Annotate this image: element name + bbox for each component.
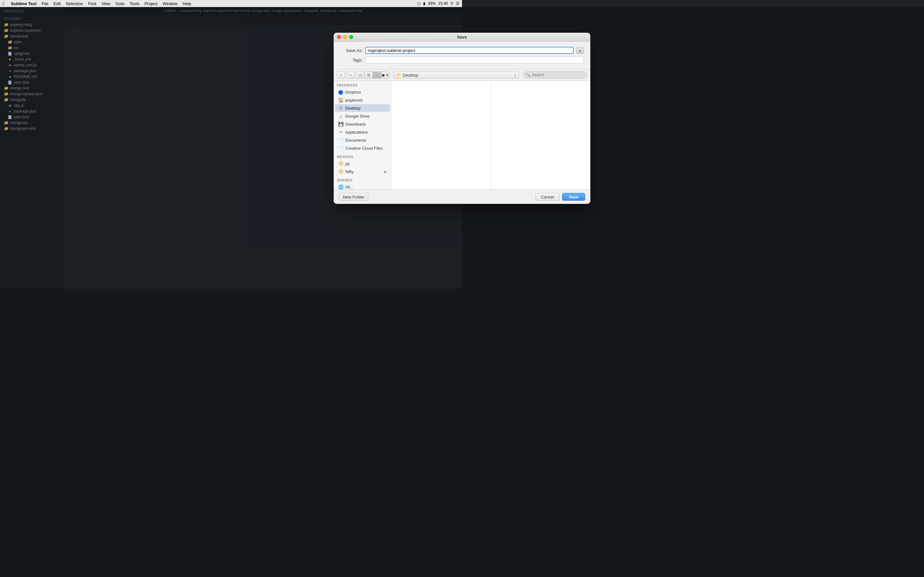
menubar-right: ◻ ▮ 93% 15:40 ⚲ ☰: [417, 1, 459, 6]
eject-button[interactable]: ⏏: [383, 169, 387, 174]
dialog-titlebar: Save: [334, 33, 462, 42]
browser-panels: [391, 81, 462, 189]
browser-item-label: Nifty: [345, 169, 354, 174]
browser-item-documents[interactable]: 📄 Documents: [335, 136, 390, 144]
battery-percent: 93%: [428, 1, 436, 6]
browser-item-nifty[interactable]: 📀 Nifty ⏏: [335, 168, 390, 175]
view-list-btn[interactable]: ☰: [365, 71, 373, 79]
browser-item-applications[interactable]: ⚯ Applications: [335, 128, 390, 136]
browser-item-desktop[interactable]: 🖥 Desktop: [335, 104, 390, 112]
minimize-button[interactable]: [343, 35, 347, 39]
documents-icon: 📄: [338, 137, 343, 143]
save-as-row: Save As: ▲: [340, 47, 462, 54]
location-bar: 📁 Desktop ↕: [393, 71, 462, 79]
home-icon: 🏠: [338, 97, 343, 103]
back-button[interactable]: ‹: [337, 71, 345, 79]
close-button[interactable]: [337, 35, 341, 39]
location-label: Desktop: [403, 73, 418, 77]
dialog-title: Save: [457, 35, 462, 39]
browser-panel-1[interactable]: [391, 81, 462, 189]
notification-icon[interactable]: ☰: [456, 1, 459, 6]
view-column-btn[interactable]: ⋮: [373, 71, 381, 79]
menu-goto[interactable]: Goto: [113, 1, 127, 6]
menu-file[interactable]: File: [39, 1, 51, 6]
devices-label: Devices: [334, 152, 391, 159]
creative-cloud-icon: 📄: [338, 145, 343, 151]
clock: 15:40: [438, 1, 448, 6]
apple-menu[interactable]: : [3, 1, 5, 6]
dialog-toolbar: ‹ › ◻ ☰ ⋮ ◼ ▼ 📁 Desktop ↕ 🔍: [334, 69, 462, 81]
tags-row: Tags:: [340, 56, 462, 63]
dropbox-icon: ⬤: [338, 89, 343, 95]
browser-item-label: Desktop: [345, 106, 360, 111]
browser-item-google-drive[interactable]: △ Google Drive: [335, 112, 390, 120]
browser-item-label: jesperorb: [345, 98, 363, 103]
browser-item-label: Google Drive: [345, 114, 370, 119]
menu-view[interactable]: View: [99, 1, 113, 6]
browser-item-downloads[interactable]: 💾 Downloads: [335, 120, 390, 128]
shared-icon: 🌐: [338, 184, 343, 189]
menu-selection[interactable]: Selection: [63, 1, 86, 6]
applications-icon: ⚯: [338, 129, 343, 135]
browser-sidebar: Favorites ⬤ Dropbox 🏠 jesperorb 🖥 Deskto…: [334, 81, 391, 189]
menu-window[interactable]: Window: [160, 1, 180, 6]
menu-sublime-text[interactable]: Sublime Text: [8, 1, 39, 6]
shared-label: Shared: [334, 176, 391, 183]
browser-item-dropbox[interactable]: ⬤ Dropbox: [335, 88, 390, 96]
browser-item-label: Applications: [345, 130, 368, 135]
browser-item-label: Downloads: [345, 122, 366, 127]
view-coverflow-btn[interactable]: ◼ ▼: [381, 71, 389, 79]
traffic-lights: [337, 35, 353, 39]
menu-help[interactable]: Help: [180, 1, 194, 6]
menu-find[interactable]: Find: [86, 1, 99, 6]
location-folder-icon: 📁: [396, 73, 401, 77]
forward-button[interactable]: ›: [347, 71, 355, 79]
location-select[interactable]: 📁 Desktop ↕: [393, 71, 462, 79]
menu-edit[interactable]: Edit: [51, 1, 63, 6]
view-buttons: ◻ ☰ ⋮ ◼ ▼: [356, 71, 389, 79]
menubar:  Sublime Text File Edit Selection Find …: [0, 0, 462, 7]
browser-item-label: All...: [345, 185, 353, 189]
desktop-icon: 🖥: [338, 105, 343, 111]
save-as-label: Save As:: [340, 48, 363, 53]
downloads-icon: 💾: [338, 121, 343, 127]
modal-overlay: Save Save As: ▲ Tags: ‹ › ◻ ☰ ⋮ ◼ ▼: [0, 7, 462, 288]
browser-item-creative-cloud[interactable]: 📄 Creative Cloud Files: [335, 144, 390, 152]
dialog-form: Save As: ▲ Tags:: [334, 42, 462, 69]
battery-icon: ▮: [423, 1, 425, 6]
dropbox-icon: ◻: [417, 1, 421, 6]
device-icon: 📀: [338, 169, 343, 174]
menu-tools[interactable]: Tools: [127, 1, 142, 6]
maximize-button[interactable]: [349, 35, 353, 39]
tags-label: Tags:: [340, 58, 363, 63]
browser-item-label: Creative Cloud Files: [345, 146, 383, 151]
favorites-label: Favorites: [334, 81, 391, 88]
new-folder-button[interactable]: New Folder: [339, 193, 368, 201]
browser-item-py[interactable]: 📀 py: [335, 160, 390, 167]
menu-project[interactable]: Project: [142, 1, 160, 6]
browser-item-label: Documents: [345, 138, 367, 143]
browser-item-label: py: [345, 161, 350, 166]
view-icon-btn[interactable]: ◻: [356, 71, 365, 79]
tags-input[interactable]: [365, 56, 462, 63]
dialog-bottom: New Folder Cancel Save: [334, 190, 462, 204]
search-icon-menubar[interactable]: ⚲: [451, 1, 453, 6]
device-icon: 📀: [338, 161, 343, 166]
google-drive-icon: △: [338, 113, 343, 119]
browser-item-label: Dropbox: [345, 90, 361, 95]
browser-item-jesperorb[interactable]: 🏠 jesperorb: [335, 96, 390, 104]
browser-item-all[interactable]: 🌐 All...: [335, 183, 390, 189]
save-dialog: Save Save As: ▲ Tags: ‹ › ◻ ☰ ⋮ ◼ ▼: [334, 33, 462, 204]
dialog-browser: Favorites ⬤ Dropbox 🏠 jesperorb 🖥 Deskto…: [334, 81, 462, 190]
save-as-input[interactable]: [365, 47, 462, 54]
